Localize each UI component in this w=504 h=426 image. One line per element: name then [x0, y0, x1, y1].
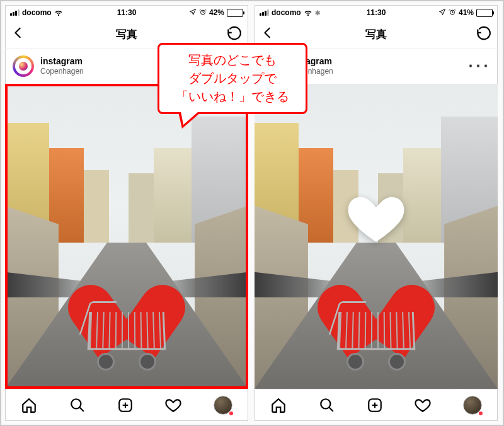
location-services-icon: [438, 8, 446, 18]
callout-line3: 「いいね！」できる: [164, 88, 301, 106]
location-services-icon: [189, 8, 197, 18]
like-heart-overlay: [341, 187, 411, 250]
status-bar: docomo ✱ 11:30 41%: [255, 5, 498, 20]
tab-bar: [255, 389, 498, 421]
author-username[interactable]: instagram: [40, 56, 84, 67]
tab-activity[interactable]: [165, 397, 181, 413]
callout-line2: ダブルタップで: [164, 69, 301, 88]
carrier-label: docomo: [272, 8, 301, 17]
callout-line1: 写真のどこでも: [164, 51, 301, 69]
undo-button[interactable]: [475, 26, 491, 42]
svg-point-4: [321, 399, 330, 408]
tab-activity[interactable]: [415, 397, 431, 413]
wifi-icon: [54, 8, 63, 18]
battery-pct: 41%: [459, 8, 474, 17]
tab-create[interactable]: [117, 397, 134, 413]
battery-icon: [476, 9, 493, 17]
undo-button[interactable]: [226, 26, 242, 42]
svg-point-1: [71, 399, 81, 408]
loading-icon: ✱: [315, 9, 320, 16]
carrier-label: docomo: [22, 8, 52, 17]
wifi-icon: [304, 8, 312, 18]
annotation-callout: 写真のどこでも ダブルタップで 「いいね！」できる: [158, 43, 307, 114]
cart-with-heart: [79, 263, 174, 371]
battery-pct: 42%: [209, 8, 224, 17]
cart-with-heart: [329, 263, 423, 371]
nav-title: 写真: [365, 27, 387, 42]
alarm-icon: [449, 8, 456, 18]
tab-profile[interactable]: [463, 396, 482, 415]
battery-icon: [227, 9, 243, 17]
back-button[interactable]: [11, 26, 25, 42]
author-avatar[interactable]: [13, 55, 34, 77]
tab-search[interactable]: [319, 397, 335, 413]
post-more-button[interactable]: ･･･: [467, 59, 490, 74]
tutorial-figure: docomo 11:30 42%: [0, 0, 504, 426]
nav-title: 写真: [116, 27, 137, 42]
tab-home[interactable]: [21, 397, 37, 413]
tab-profile[interactable]: [214, 396, 232, 415]
signal-icon: [10, 9, 20, 16]
back-button[interactable]: [261, 26, 275, 42]
tab-create[interactable]: [367, 397, 383, 413]
alarm-icon: [199, 8, 207, 18]
post-photo[interactable]: [255, 84, 498, 389]
status-bar: docomo 11:30 42%: [5, 5, 248, 20]
post-photo[interactable]: [5, 84, 248, 389]
tab-home[interactable]: [270, 397, 287, 413]
tab-search[interactable]: [69, 397, 86, 413]
signal-icon: [260, 9, 269, 16]
tab-bar: [5, 389, 248, 421]
post-location[interactable]: Copenhagen: [40, 67, 84, 76]
